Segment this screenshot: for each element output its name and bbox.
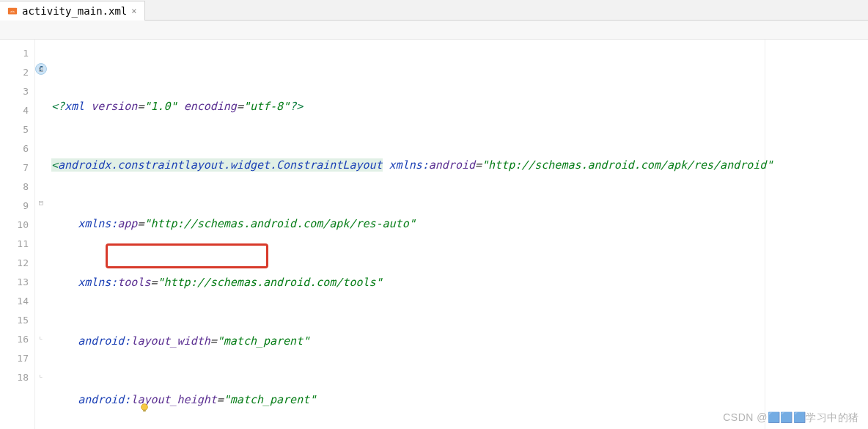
line-number: 5 — [0, 120, 34, 139]
gutter: 1 2 3 4 5 6 7 8 9 10 11 12 13 14 15 16 1… — [0, 40, 35, 429]
line-number: 17 — [0, 349, 34, 368]
code-line[interactable]: android:layout_height="match_parent" — [48, 390, 868, 409]
line-number: 13 — [0, 273, 34, 292]
fold-toggle-icon[interactable]: ⊟ — [37, 65, 45, 73]
svg-text:<>: <> — [10, 10, 15, 14]
line-number: 1 — [0, 44, 34, 63]
line-number: 7 — [0, 158, 34, 177]
breadcrumb-bar — [0, 21, 868, 40]
marker-column: C ⊟ ⊟ ⌞ ⌞ — [35, 40, 48, 429]
line-number: 14 — [0, 292, 34, 311]
code-area[interactable]: <?xml version="1.0" encoding="utf-8"?> <… — [48, 40, 868, 429]
close-icon[interactable]: × — [131, 6, 136, 16]
tab-bar: <> activity_main.xml × — [0, 0, 868, 21]
line-number: 3 — [0, 82, 34, 101]
code-editor[interactable]: 1 2 3 4 5 6 7 8 9 10 11 12 13 14 15 16 1… — [0, 40, 868, 429]
line-number: 2 — [0, 63, 34, 82]
line-number: 4 — [0, 101, 34, 120]
fold-toggle-icon[interactable]: ⊟ — [37, 198, 45, 207]
line-number: 6 — [0, 139, 34, 158]
fold-end-icon: ⌞ — [37, 331, 45, 340]
line-number: 12 — [0, 254, 34, 273]
code-line[interactable]: android:layout_width="match_parent" — [48, 331, 868, 351]
line-number: 8 — [0, 177, 34, 197]
code-line[interactable]: <androidx.constraintlayout.widget.Constr… — [48, 155, 868, 175]
tab-filename: activity_main.xml — [22, 5, 127, 17]
file-tab-activity-main[interactable]: <> activity_main.xml × — [0, 1, 145, 21]
line-number: 11 — [0, 235, 34, 254]
annotation-red-box — [106, 243, 268, 268]
line-number: 16 — [0, 330, 34, 349]
line-number: 18 — [0, 368, 34, 387]
xml-file-icon: <> — [7, 6, 18, 16]
line-number: 15 — [0, 311, 34, 330]
line-number: 10 — [0, 216, 34, 235]
svg-point-2 — [141, 404, 148, 411]
code-line[interactable]: xmlns:app="http://schemas.android.com/ap… — [48, 214, 868, 233]
line-number: 9 — [0, 197, 34, 216]
fold-end-icon: ⌞ — [37, 370, 45, 378]
svg-rect-3 — [143, 410, 146, 412]
code-line[interactable]: xmlns:tools="http://schemas.android.com/… — [48, 273, 868, 292]
intention-bulb-icon[interactable] — [100, 389, 110, 400]
code-line[interactable]: <?xml version="1.0" encoding="utf-8"?> — [48, 97, 868, 116]
